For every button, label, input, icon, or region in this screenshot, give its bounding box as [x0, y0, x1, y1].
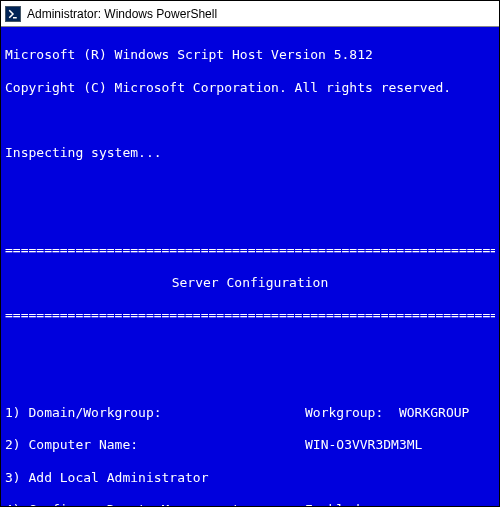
section-title: Server Configuration [5, 275, 495, 291]
terminal-area[interactable]: Microsoft (R) Windows Script Host Versio… [1, 27, 499, 506]
blank-line [5, 210, 495, 226]
blank-line [5, 340, 495, 356]
menu-item-1: 1) Domain/Workgroup:Workgroup: WORKGROUP [5, 405, 495, 421]
menu-label: 1) Domain/Workgroup: [5, 405, 305, 421]
menu-value: WIN-O3VVR3DM3ML [305, 437, 495, 453]
menu-value: Enabled [305, 502, 495, 506]
menu-item-2: 2) Computer Name:WIN-O3VVR3DM3ML [5, 437, 495, 453]
window-titlebar[interactable]: Administrator: Windows PowerShell [1, 1, 499, 27]
blank-line [5, 112, 495, 128]
copyright-line: Copyright (C) Microsoft Corporation. All… [5, 80, 495, 96]
blank-line [5, 372, 495, 388]
menu-value [305, 470, 495, 486]
inspecting-line: Inspecting system... [5, 145, 495, 161]
menu-item-3: 3) Add Local Administrator [5, 470, 495, 486]
menu-item-4: 4) Configure Remote ManagementEnabled [5, 502, 495, 506]
window-title: Administrator: Windows PowerShell [27, 7, 217, 21]
menu-value: Workgroup: WORKGROUP [305, 405, 495, 421]
menu-label: 2) Computer Name: [5, 437, 305, 453]
divider-bottom: ========================================… [5, 307, 495, 323]
powershell-icon [5, 6, 21, 22]
blank-line [5, 177, 495, 193]
divider-top: ========================================… [5, 242, 495, 258]
menu-label: 4) Configure Remote Management [5, 502, 305, 506]
script-host-line: Microsoft (R) Windows Script Host Versio… [5, 47, 495, 63]
menu-label: 3) Add Local Administrator [5, 470, 305, 486]
